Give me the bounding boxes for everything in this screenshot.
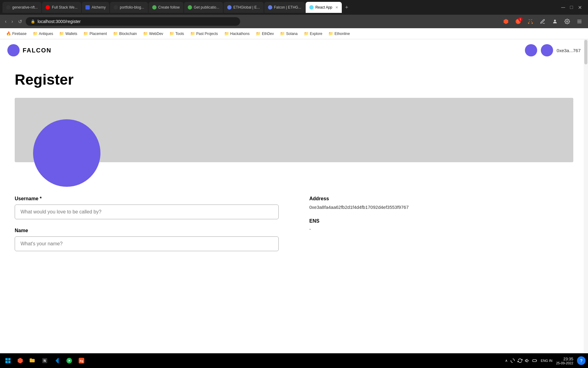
start-button[interactable] xyxy=(2,355,13,366)
taskbar-datetime: 23:35 25-09-2022 xyxy=(556,357,573,365)
app-nav-right: 0xe3a...767 xyxy=(525,44,581,56)
taskbar-time-block: ENG IN xyxy=(541,359,552,362)
profile-section xyxy=(15,98,573,162)
bookmark-placement[interactable]: 📁 Placement xyxy=(81,30,109,37)
taskbar-system-icons: ∧ xyxy=(505,358,537,363)
taskbar-brave[interactable] xyxy=(15,355,26,366)
tab-bar: generative-nft... Full Stack We... Alche… xyxy=(0,0,588,15)
name-label: Name xyxy=(15,228,279,233)
taskbar-vscode[interactable] xyxy=(51,355,62,366)
bookmark-explore[interactable]: 📁 Explore xyxy=(301,30,325,37)
new-tab-button[interactable]: + xyxy=(342,3,351,12)
tab-generative[interactable]: generative-nft... xyxy=(2,2,41,13)
taskbar-media[interactable] xyxy=(64,355,75,366)
address-value: 0xe3a8fa4aa62fb2d1f4d4fb17092d4ef3553f97… xyxy=(309,205,573,210)
bookmark-webdev[interactable]: 📁 WebDev xyxy=(141,30,166,37)
scrollbar-thumb[interactable] xyxy=(584,40,587,64)
bookmark-past-projects[interactable]: 📁 Past Projects xyxy=(188,30,221,37)
notification-button[interactable]: ! 1 xyxy=(513,17,523,26)
tab-alchemy[interactable]: Alchemy xyxy=(82,2,109,13)
folder-icon: 📁 xyxy=(256,31,261,36)
tab-label: Create follow xyxy=(158,5,180,10)
tab-ethglobal[interactable]: ETHGlobal | E... xyxy=(224,2,263,13)
volume-icon xyxy=(525,358,530,363)
svg-point-9 xyxy=(567,21,568,22)
ens-group: ENS - xyxy=(309,218,573,232)
page-content: FALCON 0xe3a...767 Register Username * xyxy=(0,39,588,353)
tab-createfollow[interactable]: Create follow xyxy=(149,2,183,13)
bookmark-label: Hackathons xyxy=(230,32,250,36)
customize-button[interactable] xyxy=(538,17,548,26)
folder-icon: 📁 xyxy=(280,31,285,36)
taskbar-avatar[interactable]: ? xyxy=(577,356,586,365)
bookmark-label: Ethonline xyxy=(334,32,350,36)
bookmark-firebase[interactable]: 🔥 Firebase xyxy=(4,30,29,37)
menu-button[interactable] xyxy=(575,17,584,26)
nav-action-circle[interactable] xyxy=(525,44,537,56)
tab-label: React App xyxy=(315,5,332,10)
back-button[interactable]: ‹ xyxy=(4,17,8,25)
address-group: Address 0xe3a8fa4aa62fb2d1f4d4fb17092d4e… xyxy=(309,196,573,210)
bookmark-antiques[interactable]: 📁 Antiques xyxy=(30,30,56,37)
folder-icon: 📁 xyxy=(33,31,38,36)
svg-rect-16 xyxy=(8,361,11,363)
ens-value: - xyxy=(309,226,573,232)
settings-button[interactable] xyxy=(562,17,572,26)
tab-label: Full Stack We... xyxy=(52,5,77,10)
avatar-circle[interactable] xyxy=(541,44,553,56)
ens-label: ENS xyxy=(309,218,573,224)
bookmark-tools[interactable]: 📁 Tools xyxy=(167,30,187,37)
tab-reactapp[interactable]: React App ✕ xyxy=(306,2,342,13)
tab-label: Get publicatio... xyxy=(194,5,219,10)
tab-fullstack[interactable]: Full Stack We... xyxy=(42,2,81,13)
address-bar[interactable]: 🔒 localhost:3000/register xyxy=(26,17,240,26)
bookmark-label: Past Projects xyxy=(196,32,218,36)
svg-marker-6 xyxy=(529,21,530,22)
svg-marker-7 xyxy=(531,21,532,22)
page-title: Register xyxy=(15,71,573,88)
folder-icon: 📁 xyxy=(169,31,174,36)
taskbar-notion[interactable]: N xyxy=(39,355,50,366)
brave-icon-button[interactable] xyxy=(501,17,511,26)
bookmark-label: Solana xyxy=(286,32,297,36)
minimize-button[interactable]: ─ xyxy=(561,4,565,11)
folder-icon: 📁 xyxy=(143,31,148,36)
reload-button[interactable]: ↺ xyxy=(17,17,23,26)
bookmark-hackathons[interactable]: 📁 Hackathons xyxy=(222,30,252,37)
bookmark-wallets[interactable]: 📁 Wallets xyxy=(57,30,80,37)
tab-falcon[interactable]: Falcon | ETHG... xyxy=(264,2,305,13)
taskbar-figma[interactable]: Fg xyxy=(76,355,87,366)
bookmark-solana[interactable]: 📁 Solana xyxy=(277,30,300,37)
bookmark-blockchain[interactable]: 📁 Blockchain xyxy=(111,30,139,37)
tab-portfolio[interactable]: portfolio-blog... xyxy=(110,2,148,13)
lock-icon: 🔒 xyxy=(31,19,35,24)
forward-button[interactable]: › xyxy=(10,17,14,25)
scrollbar[interactable] xyxy=(584,39,588,353)
profile-button[interactable] xyxy=(550,17,560,26)
time-display: 23:35 xyxy=(563,357,573,361)
folder-icon: 📁 xyxy=(59,31,64,36)
username-input[interactable] xyxy=(15,205,279,219)
svg-rect-15 xyxy=(6,361,8,363)
profile-avatar-large[interactable] xyxy=(33,119,100,187)
browser-actions: ! 1 xyxy=(501,17,584,26)
wallet-address: 0xe3a...767 xyxy=(557,48,581,53)
bookmark-ethdev[interactable]: 📁 EthDev xyxy=(253,30,276,37)
bookmark-label: WebDev xyxy=(149,32,163,36)
name-input[interactable] xyxy=(15,236,279,251)
maximize-button[interactable]: □ xyxy=(570,5,573,10)
sync-icon xyxy=(518,358,522,363)
bookmark-label: Explore xyxy=(310,32,322,36)
bookmark-ethonline[interactable]: 📁 Ethonline xyxy=(326,30,352,37)
tab-getpublication[interactable]: Get publicatio... xyxy=(184,2,223,13)
folder-icon: 📁 xyxy=(304,31,309,36)
metamask-button[interactable] xyxy=(526,17,535,26)
bookmark-label: Antiques xyxy=(39,32,53,36)
show-hidden-icon[interactable]: ∧ xyxy=(505,358,508,363)
tab-close-icon[interactable]: ✕ xyxy=(335,6,338,10)
taskbar-files[interactable] xyxy=(27,355,38,366)
app-navbar: FALCON 0xe3a...767 xyxy=(0,39,588,61)
close-button[interactable]: ✕ xyxy=(578,5,582,10)
folder-icon: 📁 xyxy=(190,31,195,36)
network-icon xyxy=(510,358,515,363)
